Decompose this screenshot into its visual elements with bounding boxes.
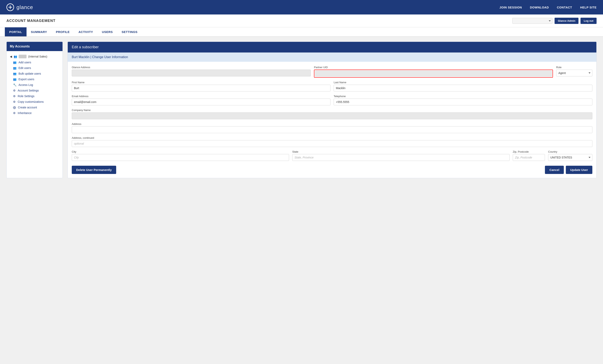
form-row-address-continued: Address, continued bbox=[72, 136, 592, 147]
create-account-icon: ⨁ bbox=[13, 106, 16, 109]
sidebar-label-bulk-update: Bulk update users bbox=[19, 72, 41, 75]
form-group-address: Address bbox=[72, 122, 592, 133]
update-user-button[interactable]: Update User bbox=[566, 166, 592, 174]
sidebar-body: ◀ 👥 (Internal Sales) 👥 Add users 👥 Edit … bbox=[7, 51, 62, 118]
sidebar: My Accounts ◀ 👥 (Internal Sales) 👥 Add u… bbox=[6, 42, 63, 178]
form-group-address-continued: Address, continued bbox=[72, 136, 592, 147]
form-group-telephone: Telephone bbox=[334, 95, 592, 105]
logo-icon bbox=[6, 3, 14, 11]
logout-button[interactable]: Log out bbox=[580, 18, 597, 24]
role-settings-icon: ⚙ bbox=[13, 94, 16, 98]
nav-join-session[interactable]: JOIN SESSION bbox=[499, 6, 522, 9]
nav-help-site[interactable]: HELP SITE bbox=[580, 6, 597, 9]
form-group-country: Country UNITED STATES CANADA UNITED KING… bbox=[548, 150, 592, 161]
form-group-role: Role Agent Supervisor Admin bbox=[556, 66, 592, 78]
partner-uid-input[interactable] bbox=[315, 70, 552, 77]
state-input[interactable] bbox=[292, 154, 510, 161]
sidebar-item-add-users[interactable]: 👥 Add users bbox=[8, 59, 61, 65]
edit-panel-header: Edit a subscriber bbox=[68, 42, 596, 52]
sidebar-account: ◀ 👥 (Internal Sales) bbox=[8, 54, 61, 59]
form-group-zip: Zip, Postcode bbox=[513, 150, 545, 161]
account-users-icon: 👥 bbox=[14, 55, 17, 58]
account-internal-label: (Internal Sales) bbox=[28, 55, 47, 58]
top-bar: ACCOUNT MANAGEMENT Glance Admin Log out bbox=[0, 14, 603, 27]
tab-summary[interactable]: SUMMARY bbox=[26, 27, 51, 36]
account-label bbox=[19, 55, 26, 58]
inheritance-icon: ⚙ bbox=[13, 111, 16, 115]
address-input[interactable] bbox=[72, 126, 592, 133]
sidebar-item-bulk-update[interactable]: 👥 Bulk update users bbox=[8, 71, 61, 76]
bulk-update-icon: 👥 bbox=[13, 72, 16, 75]
sidebar-label-copy-customizations: Copy customizations bbox=[18, 100, 44, 103]
form-group-glance-address: Glance Address bbox=[72, 66, 311, 78]
tab-activity[interactable]: ACTIVITY bbox=[74, 27, 97, 36]
sidebar-label-add-users: Add users bbox=[19, 61, 31, 64]
company-name-label: Company Name bbox=[72, 109, 592, 112]
sidebar-item-copy-customizations[interactable]: ⚙ Copy customizations bbox=[8, 99, 61, 105]
address-continued-input[interactable] bbox=[72, 140, 592, 147]
first-name-input[interactable] bbox=[72, 85, 330, 92]
edit-panel-subheader: Burt Macklin | Change User Information bbox=[68, 52, 596, 62]
partner-uid-highlight bbox=[314, 70, 553, 78]
sidebar-item-role-settings[interactable]: ⚙ Role Settings bbox=[8, 93, 61, 99]
form-row-name: First Name Last Name bbox=[72, 81, 592, 92]
sidebar-item-access-log[interactable]: 🔧 Access Log bbox=[8, 82, 61, 88]
form-group-first-name: First Name bbox=[72, 81, 330, 92]
form-group-city: City bbox=[72, 150, 289, 161]
first-name-label: First Name bbox=[72, 81, 330, 84]
company-name-input[interactable] bbox=[72, 112, 592, 119]
logo-text: glance bbox=[16, 4, 33, 11]
telephone-label: Telephone bbox=[334, 95, 592, 98]
account-select[interactable] bbox=[512, 18, 553, 24]
tab-profile[interactable]: PROFILE bbox=[51, 27, 74, 36]
country-select[interactable]: UNITED STATES CANADA UNITED KINGDOM bbox=[548, 154, 592, 161]
sidebar-label-export-users: Export users bbox=[19, 78, 34, 81]
delete-user-button[interactable]: Delete User Permanently bbox=[72, 166, 116, 174]
telephone-input[interactable] bbox=[334, 99, 592, 105]
nav-download[interactable]: DOWNLOAD bbox=[530, 6, 549, 9]
role-label: Role bbox=[556, 66, 592, 69]
form-row-company: Company Name bbox=[72, 109, 592, 119]
zip-input[interactable] bbox=[513, 154, 545, 161]
sidebar-item-edit-users[interactable]: 👥 Edit users bbox=[8, 65, 61, 71]
nav-contact[interactable]: CONTACT bbox=[557, 6, 572, 9]
address-label: Address bbox=[72, 122, 592, 126]
glance-admin-button[interactable]: Glance Admin bbox=[555, 18, 579, 24]
export-users-icon: 👥 bbox=[13, 78, 16, 81]
tab-portal[interactable]: PORTAL bbox=[5, 27, 26, 36]
top-bar-right: Glance Admin Log out bbox=[512, 18, 597, 24]
form-group-email: Email Address bbox=[72, 95, 330, 105]
sidebar-item-create-account[interactable]: ⨁ Create account bbox=[8, 105, 61, 110]
form-group-company: Company Name bbox=[72, 109, 592, 119]
city-input[interactable] bbox=[72, 154, 289, 161]
logo-area: glance bbox=[6, 3, 33, 11]
sidebar-item-export-users[interactable]: 👥 Export users bbox=[8, 76, 61, 82]
glance-address-input[interactable] bbox=[72, 70, 311, 76]
sidebar-label-create-account: Create account bbox=[18, 106, 37, 109]
sidebar-item-inheritance[interactable]: ⚙ Inheritance bbox=[8, 110, 61, 116]
role-select[interactable]: Agent Supervisor Admin bbox=[556, 70, 592, 76]
country-label: Country bbox=[548, 150, 592, 153]
last-name-input[interactable] bbox=[334, 85, 592, 92]
city-label: City bbox=[72, 150, 289, 153]
sidebar-item-account-settings[interactable]: ⚙ Account Settings bbox=[8, 88, 61, 93]
tab-users[interactable]: USERS bbox=[97, 27, 117, 36]
main-content: My Accounts ◀ 👥 (Internal Sales) 👥 Add u… bbox=[0, 37, 603, 183]
sidebar-label-role-settings: Role Settings bbox=[18, 94, 34, 98]
edit-panel-body: Glance Address Partner UID Role Agent Su… bbox=[68, 62, 596, 178]
form-row-city-state-zip-country: City State Zip, Postcode Country UNITED … bbox=[72, 150, 592, 161]
page-title: ACCOUNT MANAGEMENT bbox=[6, 19, 56, 23]
state-label: State bbox=[292, 150, 510, 153]
sidebar-label-inheritance: Inheritance bbox=[18, 111, 32, 115]
tab-settings[interactable]: SETTINGS bbox=[117, 27, 142, 36]
sidebar-label-access-log: Access Log bbox=[19, 83, 33, 86]
action-row: Delete User Permanently Cancel Update Us… bbox=[72, 166, 592, 174]
sidebar-label-edit-users: Edit users bbox=[19, 66, 31, 70]
edit-subscriber-panel: Edit a subscriber Burt Macklin | Change … bbox=[68, 42, 597, 178]
form-group-partner-uid: Partner UID bbox=[314, 66, 553, 78]
form-group-state: State bbox=[292, 150, 510, 161]
email-input[interactable] bbox=[72, 99, 330, 105]
cancel-button[interactable]: Cancel bbox=[545, 166, 564, 174]
add-users-icon: 👥 bbox=[13, 61, 16, 64]
main-header: glance JOIN SESSION DOWNLOAD CONTACT HEL… bbox=[0, 0, 603, 14]
